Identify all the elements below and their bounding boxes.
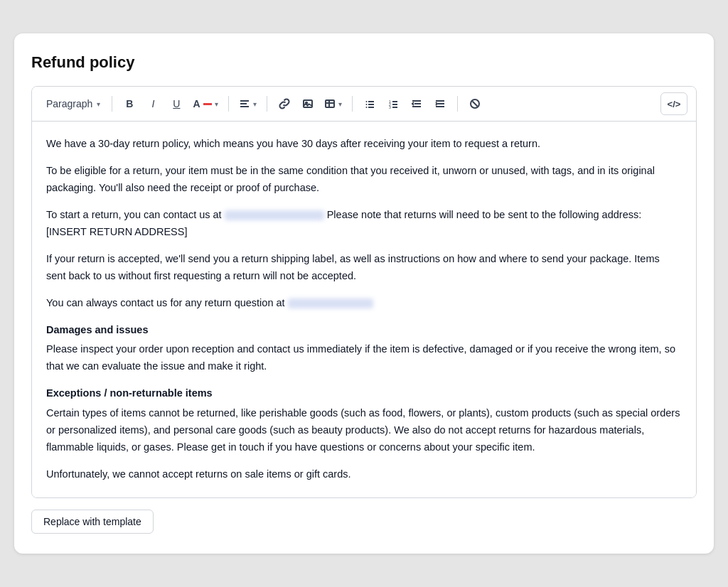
svg-point-8 — [365, 101, 367, 102]
insert-group: ▾ — [273, 92, 346, 115]
paragraph-4: If your return is accepted, we'll send y… — [46, 251, 682, 285]
outdent-icon — [411, 98, 422, 109]
divider-2 — [228, 96, 229, 112]
font-color-button[interactable]: A ▾ — [188, 92, 222, 115]
paragraph-1: We have a 30-day return policy, which me… — [46, 136, 682, 153]
footer: Replace with template — [31, 510, 697, 534]
sale-items-paragraph: Unfortunately, we cannot accept returns … — [46, 466, 682, 483]
replace-with-template-button[interactable]: Replace with template — [31, 510, 154, 534]
page-title: Refund policy — [31, 53, 697, 72]
exceptions-text: Certain types of items cannot be returne… — [46, 407, 680, 453]
color-bar — [203, 103, 212, 105]
table-button[interactable]: ▾ — [320, 92, 346, 115]
toolbar: Paragraph ▾ B I U A ▾ — [32, 87, 696, 122]
paragraph-group: Paragraph ▾ — [41, 95, 106, 112]
align-group: ▾ — [235, 92, 261, 115]
divider-4 — [352, 96, 353, 112]
exceptions-section: Exceptions / non-returnable items Certai… — [46, 385, 682, 456]
svg-point-10 — [365, 104, 367, 105]
damages-heading: Damages and issues — [46, 322, 682, 339]
font-color-label: A — [193, 98, 200, 109]
editor-wrapper: Paragraph ▾ B I U A ▾ — [31, 86, 697, 498]
paragraph-label: Paragraph — [46, 98, 92, 109]
link-icon — [279, 98, 290, 109]
paragraph-5: You can always contact us for any return… — [46, 295, 682, 312]
image-icon — [302, 98, 314, 109]
blurred-email-1 — [225, 210, 324, 220]
svg-point-12 — [365, 107, 367, 108]
table-icon — [324, 98, 336, 109]
code-view-button[interactable]: </> — [660, 92, 687, 115]
blurred-email-2 — [288, 298, 373, 308]
chevron-down-icon: ▾ — [97, 100, 100, 108]
align-button[interactable]: ▾ — [235, 92, 261, 115]
divider-3 — [267, 96, 267, 112]
link-button[interactable] — [273, 92, 296, 115]
indent-button[interactable] — [429, 92, 451, 115]
svg-text:3: 3 — [389, 105, 391, 109]
chevron-down-icon: ▾ — [215, 100, 218, 108]
chevron-down-icon: ▾ — [338, 100, 342, 108]
align-icon — [239, 98, 250, 109]
damages-section: Damages and issues Please inspect your o… — [46, 322, 682, 376]
paragraph-select[interactable]: Paragraph ▾ — [41, 95, 106, 112]
chevron-down-icon: ▾ — [253, 100, 257, 108]
list-group: 1 2 3 — [358, 92, 451, 115]
text-format-group: B I U A ▾ — [118, 92, 222, 115]
bullet-list-button[interactable] — [358, 92, 381, 115]
editor-content[interactable]: We have a 30-day return policy, which me… — [32, 122, 696, 497]
divider-1 — [112, 96, 112, 112]
clear-group — [464, 92, 486, 115]
paragraph-2: To be eligible for a return, your item m… — [46, 163, 682, 197]
clear-format-button[interactable] — [464, 92, 486, 115]
underline-button[interactable]: U — [165, 92, 188, 115]
image-button[interactable] — [296, 92, 319, 115]
numbered-list-icon: 1 2 3 — [387, 98, 399, 109]
svg-line-27 — [472, 102, 477, 107]
bold-button[interactable]: B — [118, 92, 141, 115]
numbered-list-button[interactable]: 1 2 3 — [382, 92, 405, 115]
divider-5 — [457, 96, 458, 112]
clear-format-icon — [469, 98, 481, 109]
exceptions-heading: Exceptions / non-returnable items — [46, 385, 682, 402]
indent-icon — [434, 98, 446, 109]
damages-text: Please inspect your order upon reception… — [46, 343, 675, 372]
outdent-button[interactable] — [405, 92, 428, 115]
bullet-list-icon — [364, 98, 375, 109]
italic-button[interactable]: I — [141, 92, 164, 115]
main-card: Refund policy Paragraph ▾ B I U — [14, 33, 714, 554]
paragraph-3: To start a return, you can contact us at… — [46, 207, 682, 241]
